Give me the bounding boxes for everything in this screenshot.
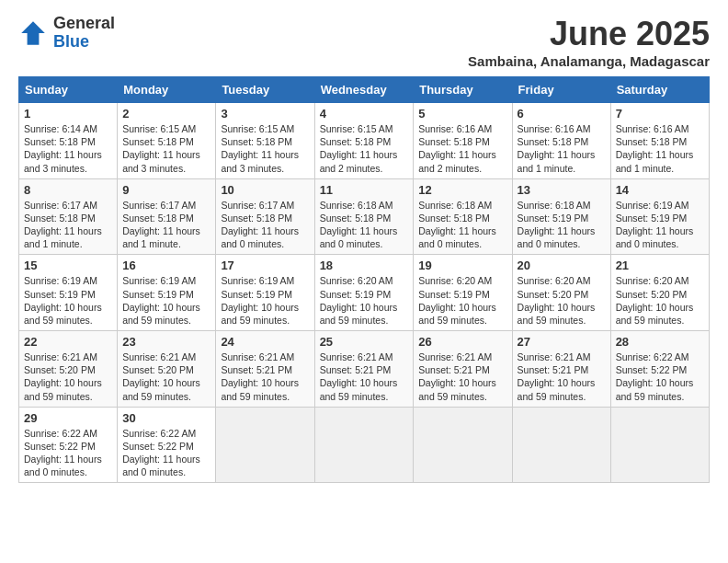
logo-general: General <box>53 15 115 33</box>
calendar-week-1: 1 Sunrise: 6:14 AMSunset: 5:18 PMDayligh… <box>19 103 710 179</box>
calendar-cell: 23 Sunrise: 6:21 AMSunset: 5:20 PMDaylig… <box>118 331 216 408</box>
calendar-cell: 29 Sunrise: 6:22 AMSunset: 5:22 PMDaylig… <box>19 407 118 483</box>
calendar-cell: 5 Sunrise: 6:16 AMSunset: 5:18 PMDayligh… <box>414 103 512 179</box>
day-number: 2 <box>122 107 210 121</box>
calendar-cell: 18 Sunrise: 6:20 AMSunset: 5:19 PMDaylig… <box>314 255 414 331</box>
day-number: 22 <box>24 335 112 349</box>
day-info: Sunrise: 6:16 AMSunset: 5:18 PMDaylight:… <box>616 123 694 174</box>
day-info: Sunrise: 6:19 AMSunset: 5:19 PMDaylight:… <box>24 275 102 326</box>
day-info: Sunrise: 6:20 AMSunset: 5:20 PMDaylight:… <box>518 275 596 326</box>
header: General Blue June 2025 Sambaina, Analama… <box>18 15 710 69</box>
day-number: 20 <box>518 259 606 272</box>
calendar-cell: 8 Sunrise: 6:17 AMSunset: 5:18 PMDayligh… <box>19 178 118 255</box>
day-info: Sunrise: 6:22 AMSunset: 5:22 PMDaylight:… <box>122 428 200 478</box>
day-number: 1 <box>24 107 112 121</box>
calendar-cell: 27 Sunrise: 6:21 AMSunset: 5:21 PMDaylig… <box>512 331 610 408</box>
day-info: Sunrise: 6:17 AMSunset: 5:18 PMDaylight:… <box>122 200 200 250</box>
calendar-cell: 21 Sunrise: 6:20 AMSunset: 5:20 PMDaylig… <box>610 255 709 331</box>
calendar-cell: 24 Sunrise: 6:21 AMSunset: 5:21 PMDaylig… <box>216 331 314 408</box>
day-number: 27 <box>518 335 606 349</box>
calendar-body: 1 Sunrise: 6:14 AMSunset: 5:18 PMDayligh… <box>19 103 710 483</box>
calendar-cell: 3 Sunrise: 6:15 AMSunset: 5:18 PMDayligh… <box>216 103 314 179</box>
calendar-cell <box>512 407 610 483</box>
day-number: 7 <box>616 107 704 121</box>
calendar-cell: 28 Sunrise: 6:22 AMSunset: 5:22 PMDaylig… <box>610 331 709 408</box>
day-number: 30 <box>122 411 210 425</box>
header-row: Sunday Monday Tuesday Wednesday Thursday… <box>19 77 710 103</box>
calendar-cell: 30 Sunrise: 6:22 AMSunset: 5:22 PMDaylig… <box>118 407 216 483</box>
day-number: 28 <box>616 335 704 349</box>
day-info: Sunrise: 6:21 AMSunset: 5:21 PMDaylight:… <box>320 351 398 402</box>
calendar-cell: 9 Sunrise: 6:17 AMSunset: 5:18 PMDayligh… <box>118 178 216 255</box>
day-info: Sunrise: 6:21 AMSunset: 5:21 PMDaylight:… <box>221 351 299 402</box>
day-info: Sunrise: 6:20 AMSunset: 5:19 PMDaylight:… <box>320 275 398 326</box>
calendar-cell: 2 Sunrise: 6:15 AMSunset: 5:18 PMDayligh… <box>118 103 216 179</box>
day-info: Sunrise: 6:22 AMSunset: 5:22 PMDaylight:… <box>616 351 694 402</box>
calendar-week-4: 22 Sunrise: 6:21 AMSunset: 5:20 PMDaylig… <box>19 331 710 408</box>
calendar-week-3: 15 Sunrise: 6:19 AMSunset: 5:19 PMDaylig… <box>19 255 710 331</box>
day-info: Sunrise: 6:18 AMSunset: 5:18 PMDaylight:… <box>320 200 398 250</box>
logo-icon <box>18 18 48 48</box>
col-wednesday: Wednesday <box>314 77 414 103</box>
day-number: 10 <box>221 183 309 197</box>
location-title: Sambaina, Analamanga, Madagascar <box>468 53 710 69</box>
day-info: Sunrise: 6:14 AMSunset: 5:18 PMDaylight:… <box>24 123 102 174</box>
day-number: 6 <box>518 107 606 121</box>
calendar-cell: 17 Sunrise: 6:19 AMSunset: 5:19 PMDaylig… <box>216 255 314 331</box>
day-number: 4 <box>320 107 409 121</box>
calendar-cell: 12 Sunrise: 6:18 AMSunset: 5:18 PMDaylig… <box>414 178 512 255</box>
day-info: Sunrise: 6:18 AMSunset: 5:19 PMDaylight:… <box>518 200 596 250</box>
day-info: Sunrise: 6:19 AMSunset: 5:19 PMDaylight:… <box>616 200 694 250</box>
logo-blue: Blue <box>53 33 115 52</box>
month-title: June 2025 <box>468 15 710 53</box>
calendar-cell <box>216 407 314 483</box>
col-thursday: Thursday <box>414 77 512 103</box>
day-number: 29 <box>24 411 112 425</box>
calendar-cell: 25 Sunrise: 6:21 AMSunset: 5:21 PMDaylig… <box>314 331 414 408</box>
calendar-cell <box>610 407 709 483</box>
day-number: 8 <box>24 183 112 197</box>
day-number: 16 <box>122 259 210 272</box>
col-monday: Monday <box>118 77 216 103</box>
calendar-week-2: 8 Sunrise: 6:17 AMSunset: 5:18 PMDayligh… <box>19 178 710 255</box>
day-info: Sunrise: 6:21 AMSunset: 5:20 PMDaylight:… <box>24 351 102 402</box>
day-number: 17 <box>221 259 309 272</box>
day-number: 25 <box>320 335 409 349</box>
day-number: 15 <box>24 259 112 272</box>
calendar-cell: 10 Sunrise: 6:17 AMSunset: 5:18 PMDaylig… <box>216 178 314 255</box>
day-info: Sunrise: 6:19 AMSunset: 5:19 PMDaylight:… <box>221 275 299 326</box>
day-number: 14 <box>616 183 704 197</box>
day-info: Sunrise: 6:18 AMSunset: 5:18 PMDaylight:… <box>418 200 496 250</box>
calendar-cell: 7 Sunrise: 6:16 AMSunset: 5:18 PMDayligh… <box>610 103 709 179</box>
day-info: Sunrise: 6:22 AMSunset: 5:22 PMDaylight:… <box>24 428 102 478</box>
calendar-cell: 16 Sunrise: 6:19 AMSunset: 5:19 PMDaylig… <box>118 255 216 331</box>
day-number: 9 <box>122 183 210 197</box>
calendar-cell <box>414 407 512 483</box>
day-number: 21 <box>616 259 704 272</box>
day-number: 12 <box>418 183 506 197</box>
calendar-cell: 13 Sunrise: 6:18 AMSunset: 5:19 PMDaylig… <box>512 178 610 255</box>
calendar-cell: 14 Sunrise: 6:19 AMSunset: 5:19 PMDaylig… <box>610 178 709 255</box>
day-number: 11 <box>320 183 409 197</box>
calendar-cell: 1 Sunrise: 6:14 AMSunset: 5:18 PMDayligh… <box>19 103 118 179</box>
day-number: 24 <box>221 335 309 349</box>
day-info: Sunrise: 6:20 AMSunset: 5:20 PMDaylight:… <box>616 275 694 326</box>
title-area: June 2025 Sambaina, Analamanga, Madagasc… <box>468 15 710 69</box>
day-number: 5 <box>418 107 506 121</box>
calendar-cell: 6 Sunrise: 6:16 AMSunset: 5:18 PMDayligh… <box>512 103 610 179</box>
day-number: 13 <box>518 183 606 197</box>
calendar-cell <box>314 407 414 483</box>
day-number: 23 <box>122 335 210 349</box>
day-info: Sunrise: 6:20 AMSunset: 5:19 PMDaylight:… <box>418 275 496 326</box>
day-info: Sunrise: 6:15 AMSunset: 5:18 PMDaylight:… <box>320 123 398 174</box>
day-number: 26 <box>418 335 506 349</box>
calendar-cell: 19 Sunrise: 6:20 AMSunset: 5:19 PMDaylig… <box>414 255 512 331</box>
day-info: Sunrise: 6:17 AMSunset: 5:18 PMDaylight:… <box>221 200 299 250</box>
day-info: Sunrise: 6:21 AMSunset: 5:20 PMDaylight:… <box>122 351 200 402</box>
logo: General Blue <box>18 15 115 52</box>
logo-text: General Blue <box>53 15 115 52</box>
calendar-cell: 15 Sunrise: 6:19 AMSunset: 5:19 PMDaylig… <box>19 255 118 331</box>
day-info: Sunrise: 6:17 AMSunset: 5:18 PMDaylight:… <box>24 200 102 250</box>
day-info: Sunrise: 6:19 AMSunset: 5:19 PMDaylight:… <box>122 275 200 326</box>
day-info: Sunrise: 6:21 AMSunset: 5:21 PMDaylight:… <box>418 351 496 402</box>
